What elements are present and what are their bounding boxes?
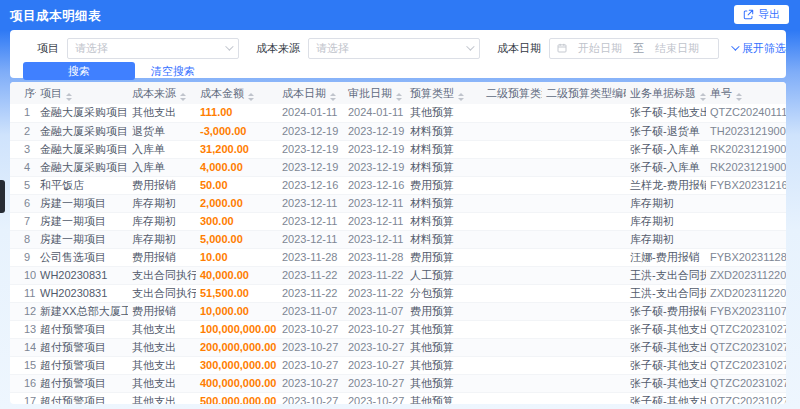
cell-doc-title: 库存期初 [626, 194, 706, 212]
cell-index: 3 [10, 140, 36, 158]
cell-budget-type: 其他预算 [406, 356, 482, 374]
column-header-cost-date[interactable]: 成本日期 [278, 82, 344, 104]
column-header-audit-date[interactable]: 审批日期 [344, 82, 406, 104]
sort-icon[interactable] [330, 93, 336, 101]
cell-project: 金融大厦采购项目 [36, 158, 128, 176]
cell-cost-amount: 31,200.00 [196, 140, 278, 158]
cell-cost-source: 其他支出 [128, 104, 196, 122]
cell-project: WH20230831 [36, 284, 128, 302]
cell-cost-amount: 2,000.00 [196, 194, 278, 212]
cell-sub-budget-type [482, 140, 542, 158]
cell-audit-date: 2023-10-27 [344, 338, 406, 356]
cell-sub-budget-type [482, 392, 542, 404]
column-header-budget-type[interactable]: 预算类型 [406, 82, 482, 104]
project-select[interactable] [67, 38, 239, 59]
cell-sub-budget-code [542, 266, 626, 284]
search-button[interactable]: 搜索 [23, 62, 135, 80]
top-header-bar: 项目成本明细表 导出 [0, 0, 800, 30]
cell-cost-source: 库存期初 [128, 194, 196, 212]
cell-cost-amount: 5,000.00 [196, 230, 278, 248]
cell-sub-budget-code [542, 122, 626, 140]
cost-source-select[interactable] [308, 38, 480, 59]
cell-audit-date: 2023-12-19 [344, 122, 406, 140]
sort-icon[interactable] [396, 93, 402, 101]
cell-cost-date: 2023-10-27 [278, 320, 344, 338]
cell-cost-source: 其他支出 [128, 356, 196, 374]
chevron-down-icon [731, 42, 739, 50]
column-header-sub-budget-code[interactable]: 二级预算类型编码 [542, 82, 626, 104]
cell-doc-title: 张子硕-其他支出 [626, 320, 706, 338]
column-header-cost-amount[interactable]: 成本金额 [196, 82, 278, 104]
cell-doc-title: 张子硕-费用报销 [626, 302, 706, 320]
cell-budget-type: 材料预算 [406, 140, 482, 158]
column-label: 成本金额 [200, 87, 244, 99]
cell-cost-source: 其他支出 [128, 392, 196, 404]
cell-sub-budget-code [542, 194, 626, 212]
cell-doc-title: 张子硕-退货单 [626, 122, 706, 140]
cell-doc-no: QTZC20231027002 [706, 338, 786, 356]
cost-date-filter-label: 成本日期 [497, 41, 541, 56]
cell-doc-title: 库存期初 [626, 230, 706, 248]
cell-audit-date: 2023-11-28 [344, 248, 406, 266]
cell-budget-type: 费用预算 [406, 302, 482, 320]
column-header-doc-no[interactable]: 单号 [706, 82, 786, 104]
clear-search-link[interactable]: 清空搜索 [151, 64, 195, 79]
cost-date-range-picker[interactable]: 至 [549, 38, 719, 59]
cell-audit-date: 2023-10-27 [344, 392, 406, 404]
column-label: 预算类型 [410, 87, 454, 99]
filter-row: 项目 成本来源 成本日期 至 展开筛选 [10, 30, 786, 58]
cell-doc-title: 张子硕-入库单 [626, 158, 706, 176]
sort-icon[interactable] [180, 93, 186, 101]
cost-detail-table-panel: 序号项目成本来源成本金额成本日期审批日期预算类型二级预算类型二级预算类型编码业务… [10, 82, 786, 404]
column-header-sub-budget-type[interactable]: 二级预算类型 [482, 82, 542, 104]
column-header-doc-title[interactable]: 业务单据标题 [626, 82, 706, 104]
cell-sub-budget-code [542, 338, 626, 356]
table-row: 8房建一期项目库存期初5,000.002023-12-112023-12-11材… [10, 230, 786, 248]
drawer-handle-button[interactable] [0, 180, 5, 213]
cell-doc-no: RK20231219003 [706, 140, 786, 158]
cell-sub-budget-type [482, 230, 542, 248]
column-header-project[interactable]: 项目 [36, 82, 128, 104]
sort-icon[interactable] [700, 93, 706, 101]
cell-index: 4 [10, 158, 36, 176]
table-row: 6房建一期项目库存期初2,000.002023-12-112023-12-11材… [10, 194, 786, 212]
cell-cost-source: 库存期初 [128, 230, 196, 248]
cell-cost-source: 其他支出 [128, 374, 196, 392]
page-title: 项目成本明细表 [10, 8, 101, 25]
cell-index: 15 [10, 356, 36, 374]
cell-budget-type: 材料预算 [406, 158, 482, 176]
column-label: 项目 [40, 87, 62, 99]
table-row: 2金融大厦采购项目退货单-3,000.002023-12-192023-12-1… [10, 122, 786, 140]
cell-cost-amount: -3,000.00 [196, 122, 278, 140]
cell-index: 8 [10, 230, 36, 248]
cell-audit-date: 2023-11-07 [344, 302, 406, 320]
cell-project: 超付预警项目 [36, 356, 128, 374]
sort-icon[interactable] [248, 93, 254, 101]
export-button[interactable]: 导出 [734, 5, 789, 24]
cell-sub-budget-type [482, 176, 542, 194]
cell-cost-date: 2023-11-22 [278, 266, 344, 284]
cell-cost-source: 费用报销 [128, 176, 196, 194]
cost-source-select-input[interactable] [316, 42, 446, 54]
cell-cost-date: 2023-11-22 [278, 284, 344, 302]
cell-cost-date: 2023-10-27 [278, 338, 344, 356]
cell-sub-budget-code [542, 140, 626, 158]
expand-filters-link[interactable]: 展开筛选 [731, 41, 786, 56]
cell-doc-title: 张子硕-其他支出 [626, 338, 706, 356]
sort-icon[interactable] [458, 93, 464, 101]
sort-icon[interactable] [66, 93, 72, 101]
start-date-input[interactable] [572, 42, 628, 54]
cost-source-filter-label: 成本来源 [256, 41, 300, 56]
cell-sub-budget-type [482, 212, 542, 230]
cell-project: 公司售选项目 [36, 248, 128, 266]
cell-doc-no: QTZC20231027002 [706, 392, 786, 404]
sort-icon[interactable] [736, 93, 742, 101]
project-select-input[interactable] [75, 42, 205, 54]
cell-cost-source: 费用报销 [128, 302, 196, 320]
cell-sub-budget-code [542, 176, 626, 194]
end-date-input[interactable] [649, 42, 705, 54]
date-range-separator: 至 [633, 41, 644, 56]
cell-index: 11 [10, 284, 36, 302]
column-header-cost-source[interactable]: 成本来源 [128, 82, 196, 104]
cell-index: 12 [10, 302, 36, 320]
